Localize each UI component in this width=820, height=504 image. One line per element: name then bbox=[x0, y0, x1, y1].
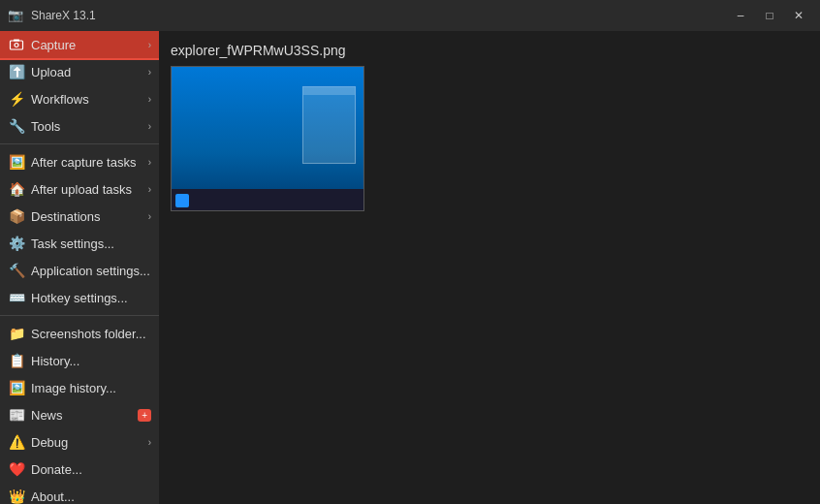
history-label: History... bbox=[31, 354, 151, 368]
svg-point-1 bbox=[15, 44, 18, 47]
task-settings-icon: ⚙️ bbox=[8, 235, 25, 252]
menu-container: Capture›⬆️Upload›⚡Workflows›🔧Tools›🖼️Aft… bbox=[0, 31, 159, 504]
debug-icon: ⚠️ bbox=[8, 433, 25, 451]
sidebar: Capture›⬆️Upload›⚡Workflows›🔧Tools›🖼️Aft… bbox=[0, 31, 159, 504]
title-bar: 📷 ShareX 13.1 – □ ✕ bbox=[0, 0, 820, 31]
menu-item-app-settings[interactable]: 🔨Application settings... bbox=[0, 257, 159, 284]
maximize-button[interactable]: □ bbox=[756, 6, 783, 25]
menu-item-hotkey-settings[interactable]: ⌨️Hotkey settings... bbox=[0, 284, 159, 311]
preview-filename: explorer_fWPRMwU3SS.png bbox=[171, 43, 808, 58]
screenshots-icon: 📁 bbox=[8, 325, 25, 342]
after-capture-arrow: › bbox=[148, 157, 151, 168]
window-thumbnail bbox=[302, 86, 356, 164]
capture-label: Capture bbox=[31, 38, 144, 52]
menu-item-after-capture[interactable]: 🖼️After capture tasks› bbox=[0, 148, 159, 175]
menu-item-screenshots[interactable]: 📁Screenshots folder... bbox=[0, 320, 159, 347]
after-capture-icon: 🖼️ bbox=[8, 153, 25, 171]
hotkey-settings-label: Hotkey settings... bbox=[31, 291, 151, 305]
upload-arrow: › bbox=[148, 67, 151, 78]
app-icon: 📷 bbox=[8, 8, 23, 23]
app-settings-label: Application settings... bbox=[31, 264, 151, 278]
main-layout: Capture›⬆️Upload›⚡Workflows›🔧Tools›🖼️Aft… bbox=[0, 31, 820, 504]
workflows-label: Workflows bbox=[31, 92, 144, 107]
after-capture-label: After capture tasks bbox=[31, 155, 144, 170]
news-badge: + bbox=[138, 409, 151, 422]
svg-rect-0 bbox=[11, 41, 23, 49]
debug-label: Debug bbox=[31, 435, 144, 450]
preview-image bbox=[171, 66, 364, 211]
close-button[interactable]: ✕ bbox=[785, 6, 812, 25]
about-label: About... bbox=[31, 489, 151, 504]
hotkey-settings-icon: ⌨️ bbox=[8, 289, 25, 306]
history-icon: 📋 bbox=[8, 352, 25, 369]
tools-label: Tools bbox=[31, 119, 144, 134]
separator-separator1 bbox=[0, 143, 159, 144]
after-upload-arrow: › bbox=[148, 184, 151, 195]
menu-item-destinations[interactable]: 📦Destinations› bbox=[0, 203, 159, 230]
tools-arrow: › bbox=[148, 121, 151, 132]
upload-icon: ⬆️ bbox=[8, 63, 25, 80]
menu-item-capture[interactable]: Capture› bbox=[0, 31, 159, 58]
menu-item-tools[interactable]: 🔧Tools› bbox=[0, 112, 159, 140]
about-icon: 👑 bbox=[8, 488, 25, 504]
image-history-icon: 🖼️ bbox=[8, 379, 25, 396]
menu-item-news[interactable]: 📰News+ bbox=[0, 401, 159, 428]
svg-rect-2 bbox=[14, 40, 19, 42]
after-upload-icon: 🏠 bbox=[8, 180, 25, 198]
start-button-preview bbox=[175, 194, 189, 207]
menu-item-donate[interactable]: ❤️Donate... bbox=[0, 456, 159, 483]
destinations-arrow: › bbox=[148, 211, 151, 222]
news-icon: 📰 bbox=[8, 406, 25, 424]
upload-label: Upload bbox=[31, 65, 144, 79]
capture-icon bbox=[8, 36, 25, 53]
donate-icon: ❤️ bbox=[8, 460, 25, 478]
menu-item-image-history[interactable]: 🖼️Image history... bbox=[0, 374, 159, 401]
after-upload-label: After upload tasks bbox=[31, 182, 144, 197]
minimize-button[interactable]: – bbox=[727, 6, 754, 25]
separator-separator2 bbox=[0, 315, 159, 316]
content-area: explorer_fWPRMwU3SS.png bbox=[159, 31, 820, 504]
menu-item-after-upload[interactable]: 🏠After upload tasks› bbox=[0, 175, 159, 203]
menu-item-workflows[interactable]: ⚡Workflows› bbox=[0, 85, 159, 112]
donate-label: Donate... bbox=[31, 462, 151, 477]
workflows-arrow: › bbox=[148, 94, 151, 105]
image-history-label: Image history... bbox=[31, 381, 151, 395]
screenshots-label: Screenshots folder... bbox=[31, 327, 151, 341]
menu-item-about[interactable]: 👑About... bbox=[0, 483, 159, 504]
title-bar-left: 📷 ShareX 13.1 bbox=[8, 8, 96, 23]
destinations-label: Destinations bbox=[31, 209, 144, 224]
menu-item-task-settings[interactable]: ⚙️Task settings... bbox=[0, 230, 159, 257]
tools-icon: 🔧 bbox=[8, 117, 25, 135]
news-label: News bbox=[31, 408, 134, 423]
taskbar-preview bbox=[172, 189, 363, 210]
windows-desktop-preview bbox=[172, 67, 363, 210]
task-settings-label: Task settings... bbox=[31, 236, 151, 251]
menu-item-history[interactable]: 📋History... bbox=[0, 347, 159, 374]
debug-arrow: › bbox=[148, 437, 151, 448]
menu-item-upload[interactable]: ⬆️Upload› bbox=[0, 58, 159, 85]
app-settings-icon: 🔨 bbox=[8, 262, 25, 279]
window-title-bar bbox=[303, 87, 355, 95]
window-controls: – □ ✕ bbox=[727, 6, 812, 25]
app-title: ShareX 13.1 bbox=[31, 9, 96, 22]
destinations-icon: 📦 bbox=[8, 207, 25, 225]
menu-item-debug[interactable]: ⚠️Debug› bbox=[0, 428, 159, 456]
capture-arrow: › bbox=[148, 40, 151, 50]
workflows-icon: ⚡ bbox=[8, 90, 25, 108]
